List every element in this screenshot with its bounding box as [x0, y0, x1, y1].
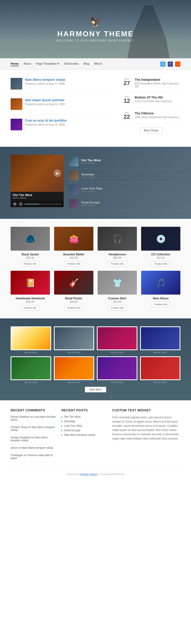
music-section: ▶ Flirt The Wind Nick's Album ▶ ⏸ Flirt … — [0, 147, 191, 219]
twitter-icon[interactable]: 𝕏 — [160, 61, 166, 67]
shop-btn-1[interactable]: Product Info — [21, 261, 40, 267]
playlist-item-3[interactable]: Lose Your Step Nick's Album — [69, 183, 180, 197]
playlist-item-2[interactable]: Someday Nick's Album — [69, 169, 180, 183]
player-cover: ▶ — [11, 155, 64, 192]
shop-img-headphones: 🎧 — [98, 227, 137, 251]
footer-custom-widget: Custom Text Widget Cras commodo egestas … — [112, 408, 180, 464]
nav-about[interactable]: About — [24, 62, 31, 66]
nav-templates[interactable]: Page Templates ▾ — [36, 62, 59, 66]
hero-silhouette — [127, 5, 170, 58]
playlist-item-4-album: Nick's Album — [81, 204, 100, 207]
gallery-section: Nov 28, 2012 Nov 28, 2012 Nov 28, 2012 N… — [0, 318, 191, 400]
nav-blog[interactable]: Blog — [84, 62, 89, 66]
blog-post-2: Sed neque ipsum pulvinar Posted by admin… — [11, 98, 114, 114]
playlist-item-3-album: Nick's Album — [81, 190, 102, 193]
hero-section: 🦅 HARMONY THEME WELCOME TO OUR AWESOME B… — [0, 0, 191, 58]
content-columns: Nam libero tempore soluta Posted by admi… — [11, 78, 180, 139]
shop-name-3: Headphones — [98, 253, 137, 256]
footer-post-5[interactable]: Nam libero tempore soluta — [61, 433, 107, 436]
footer-columns: Recent Comments Piyush Shekhar on Lima e… — [11, 408, 180, 464]
gallery-date-8: Nov 28, 2012 — [140, 381, 181, 384]
footer-post-1[interactable]: Flirt The Wind — [61, 415, 107, 418]
playlist-item-3-details: Lose Your Step Nick's Album — [81, 187, 102, 193]
gallery-photo-1 — [11, 326, 51, 350]
event-3: DEC 22 The Fillmore 1805 Geary Boulevard… — [122, 112, 180, 124]
blog-post-3-title[interactable]: Cras eu eros id dui porttitor — [25, 119, 67, 122]
footer-comments-title: Recent Comments — [11, 408, 56, 412]
footer-bottom-suffix: | Powered by WordPress — [98, 473, 125, 476]
blog-post-2-title[interactable]: Sed neque ipsum pulvinar — [25, 98, 65, 102]
nav-merch[interactable]: Merch — [94, 62, 102, 66]
player-progress-bar[interactable] — [24, 204, 62, 205]
event-1: NOV 27 The Independent 628 Divisadero St… — [122, 78, 180, 92]
footer-post-2[interactable]: Someday — [61, 420, 107, 423]
blog-post-1: Nam libero tempore soluta Posted by admi… — [11, 78, 114, 94]
gallery-photo-5 — [11, 356, 51, 380]
event-1-day: 27 — [122, 80, 132, 86]
soundcloud-icon[interactable]: ♪ — [175, 61, 180, 67]
gallery-item-6[interactable]: Nov 28, 2012 — [54, 356, 94, 384]
shop-img-cd: 💿 — [141, 227, 180, 251]
player-pause-button[interactable]: ⏸ — [19, 202, 23, 206]
footer-post-4[interactable]: Great Escape — [61, 429, 107, 432]
event-3-title[interactable]: The Fillmore — [135, 112, 179, 115]
shop-btn-8[interactable]: Product Info — [151, 302, 170, 307]
player-info: Flirt The Wind Nick's Album — [11, 192, 64, 201]
player-progress-fill — [24, 204, 39, 205]
site-subtitle: WELCOME TO OUR AWESOME BAND FANPAGE — [56, 39, 135, 42]
player-next-button[interactable]: ▶ — [54, 170, 61, 177]
shop-btn-3[interactable]: Product Info — [108, 261, 127, 267]
gallery-item-4[interactable]: Nov 28, 2012 — [140, 326, 181, 354]
event-3-venue: 1805 Geary Boulevard San Francisco — [135, 116, 179, 119]
view-more-button[interactable]: View More — [85, 387, 106, 392]
shop-btn-2[interactable]: Product Info — [64, 261, 83, 267]
shop-item-5: 📔 Handmade Notebook $15.00 Product Info — [11, 271, 50, 310]
shop-item-2: 👛 Branded Wallet $10.00 Product Info — [54, 227, 93, 267]
player-controls: ▶ ⏸ — [11, 201, 64, 207]
blog-post-1-title[interactable]: Nam libero tempore soluta — [25, 78, 65, 82]
shop-btn-7[interactable]: Product Info — [108, 305, 127, 310]
nav-home[interactable]: Home — [11, 62, 19, 66]
event-1-date: NOV 27 — [122, 78, 132, 88]
shop-name-4: CD Collection — [141, 253, 180, 256]
playlist-item-2-title: Someday — [81, 173, 95, 176]
gallery-item-8[interactable]: Nov 28, 2012 — [140, 356, 181, 384]
nav-shortcodes[interactable]: Shortcodes — [64, 62, 79, 66]
gallery-photo-7 — [97, 356, 137, 380]
shop-img-notebook: 📔 — [11, 271, 50, 295]
elegant-themes-link[interactable]: Elegant Themes — [80, 473, 98, 476]
nav-links: Home About Page Templates ▾ Shortcodes B… — [11, 62, 160, 66]
gallery-item-1[interactable]: Nov 28, 2012 — [11, 326, 51, 354]
playlist: Flirt The Wind Nick's Album Someday Nick… — [69, 155, 180, 211]
footer-posts-widget: Recent Posts Flirt The Wind Someday Lose… — [61, 408, 107, 464]
playlist-item-2-details: Someday Nick's Album — [81, 173, 95, 179]
shop-name-5: Handmade Notebook — [11, 297, 50, 300]
gallery-item-7[interactable]: Nov 28, 2012 — [97, 356, 137, 384]
blog-post-2-content: Sed neque ipsum pulvinar Posted by admin… — [25, 98, 65, 110]
event-2-date: DEC 12 — [122, 96, 132, 104]
facebook-icon[interactable]: f — [168, 61, 173, 67]
playlist-item-1[interactable]: Flirt The Wind Nick's Album — [69, 155, 180, 169]
shop-section: 🧥 Band Jacket $55.00 Product Info 👛 Bran… — [0, 219, 191, 318]
event-1-venue: 628 Divisadero Street, San Francisco, CA — [135, 82, 180, 88]
playlist-item-1-album: Nick's Album — [81, 162, 101, 165]
playlist-item-4[interactable]: Great Escape Nick's Album — [69, 197, 180, 211]
player-play-button[interactable]: ▶ — [13, 202, 17, 206]
event-2-title[interactable]: Bottom Of The Hill — [135, 96, 172, 99]
shop-btn-4[interactable]: Product Info — [151, 261, 170, 267]
footer-comment-1: Piyush Shekhar on Lima eget est Nam puru… — [11, 415, 56, 424]
gallery-item-2[interactable]: Nov 28, 2012 — [54, 326, 94, 354]
footer-comment-3: Hungry Husband on Nam libero tempore sol… — [11, 436, 56, 444]
player-widget: ▶ Flirt The Wind Nick's Album ▶ ⏸ — [11, 155, 64, 207]
player-song-title: Flirt The Wind — [13, 193, 62, 197]
gallery-item-3[interactable]: Nov 28, 2012 — [97, 326, 137, 354]
footer-post-3[interactable]: Lose Your Step — [61, 424, 107, 427]
shop-btn-6[interactable]: Product Info — [64, 305, 83, 310]
event-1-title[interactable]: The Independent — [135, 78, 180, 82]
gallery-date-1: Nov 28, 2012 — [11, 351, 51, 354]
shop-btn-5[interactable]: Product Info — [21, 305, 40, 310]
blog-posts-column: Nam libero tempore soluta Posted by admi… — [11, 78, 114, 139]
gallery-item-5[interactable]: Nov 28, 2012 — [11, 356, 51, 384]
more-shows-button[interactable]: More Shows — [140, 127, 163, 134]
playlist-thumb-4 — [69, 199, 79, 208]
